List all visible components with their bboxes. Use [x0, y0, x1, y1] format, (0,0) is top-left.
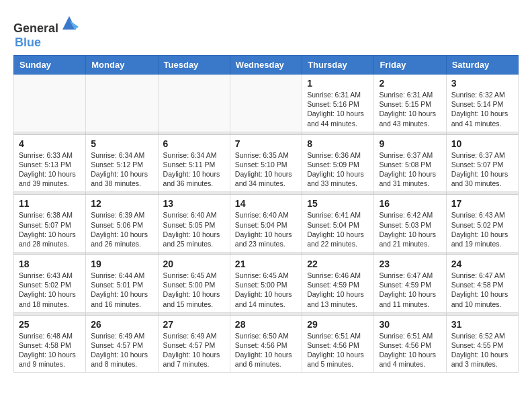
- calendar-cell: 16Sunrise: 6:42 AMSunset: 5:03 PMDayligh…: [374, 195, 446, 253]
- week-row: 1Sunrise: 6:31 AMSunset: 5:16 PMDaylight…: [14, 75, 519, 132]
- day-number: 1: [307, 78, 369, 89]
- cell-details: Sunrise: 6:39 AMSunset: 5:06 PMDaylight:…: [91, 210, 152, 248]
- day-number: 26: [91, 319, 152, 330]
- week-row: 25Sunrise: 6:48 AMSunset: 4:58 PMDayligh…: [14, 315, 519, 373]
- cell-details: Sunrise: 6:34 AMSunset: 5:12 PMDaylight:…: [91, 150, 152, 189]
- calendar-cell: 1Sunrise: 6:31 AMSunset: 5:16 PMDaylight…: [302, 75, 374, 132]
- day-number: 23: [379, 259, 441, 269]
- day-number: 18: [19, 259, 81, 269]
- calendar-cell: 31Sunrise: 6:52 AMSunset: 4:55 PMDayligh…: [446, 315, 518, 373]
- cell-details: Sunrise: 6:40 AMSunset: 5:05 PMDaylight:…: [163, 210, 225, 248]
- day-number: 28: [235, 319, 297, 330]
- day-number: 14: [235, 198, 297, 209]
- day-number: 19: [91, 259, 152, 269]
- cell-details: Sunrise: 6:47 AMSunset: 4:58 PMDaylight:…: [451, 271, 513, 309]
- calendar-cell: 17Sunrise: 6:43 AMSunset: 5:02 PMDayligh…: [446, 195, 518, 253]
- day-number: 11: [19, 198, 81, 209]
- day-number: 25: [19, 319, 81, 330]
- cell-details: Sunrise: 6:31 AMSunset: 5:15 PMDaylight:…: [379, 90, 441, 128]
- weekday-header-row: SundayMondayTuesdayWednesdayThursdayFrid…: [14, 56, 519, 75]
- cell-details: Sunrise: 6:32 AMSunset: 5:14 PMDaylight:…: [451, 90, 513, 128]
- day-number: 3: [451, 78, 513, 89]
- calendar-cell: 24Sunrise: 6:47 AMSunset: 4:58 PMDayligh…: [446, 255, 518, 313]
- cell-details: Sunrise: 6:47 AMSunset: 4:59 PMDaylight:…: [379, 271, 441, 309]
- cell-details: Sunrise: 6:40 AMSunset: 5:04 PMDaylight:…: [235, 210, 297, 248]
- cell-details: Sunrise: 6:36 AMSunset: 5:09 PMDaylight:…: [307, 150, 369, 189]
- weekday-header: Wednesday: [230, 56, 302, 75]
- cell-details: Sunrise: 6:37 AMSunset: 5:08 PMDaylight:…: [379, 150, 441, 189]
- cell-details: Sunrise: 6:41 AMSunset: 5:04 PMDaylight:…: [307, 210, 369, 248]
- cell-details: Sunrise: 6:44 AMSunset: 5:01 PMDaylight:…: [91, 271, 152, 309]
- calendar-cell: 8Sunrise: 6:36 AMSunset: 5:09 PMDaylight…: [302, 134, 374, 192]
- calendar-cell: 28Sunrise: 6:50 AMSunset: 4:56 PMDayligh…: [230, 315, 302, 373]
- day-number: 16: [379, 198, 441, 209]
- calendar-cell: 22Sunrise: 6:46 AMSunset: 4:59 PMDayligh…: [302, 255, 374, 313]
- logo-blue: Blue: [15, 36, 41, 49]
- cell-details: Sunrise: 6:38 AMSunset: 5:07 PMDaylight:…: [19, 210, 81, 248]
- logo-text: General Blue: [13, 13, 79, 50]
- weekday-header: Monday: [86, 56, 158, 75]
- week-row: 11Sunrise: 6:38 AMSunset: 5:07 PMDayligh…: [14, 195, 519, 253]
- logo: General Blue: [13, 13, 79, 50]
- day-number: 7: [235, 138, 297, 149]
- cell-details: Sunrise: 6:52 AMSunset: 4:55 PMDaylight:…: [451, 331, 513, 369]
- cell-details: Sunrise: 6:34 AMSunset: 5:11 PMDaylight:…: [163, 150, 225, 189]
- calendar-cell: 10Sunrise: 6:37 AMSunset: 5:07 PMDayligh…: [446, 134, 518, 192]
- cell-details: Sunrise: 6:46 AMSunset: 4:59 PMDaylight:…: [307, 271, 369, 309]
- day-number: 22: [307, 259, 369, 269]
- calendar-cell: 11Sunrise: 6:38 AMSunset: 5:07 PMDayligh…: [14, 195, 86, 253]
- calendar-cell: 2Sunrise: 6:31 AMSunset: 5:15 PMDaylight…: [374, 75, 446, 132]
- day-number: 15: [307, 198, 369, 209]
- calendar-cell: 15Sunrise: 6:41 AMSunset: 5:04 PMDayligh…: [302, 195, 374, 253]
- week-row: 18Sunrise: 6:43 AMSunset: 5:02 PMDayligh…: [14, 255, 519, 313]
- day-number: 9: [379, 138, 441, 149]
- calendar-table: SundayMondayTuesdayWednesdayThursdayFrid…: [13, 55, 519, 373]
- day-number: 30: [379, 319, 441, 330]
- calendar-cell: 19Sunrise: 6:44 AMSunset: 5:01 PMDayligh…: [86, 255, 158, 313]
- calendar-cell: 18Sunrise: 6:43 AMSunset: 5:02 PMDayligh…: [14, 255, 86, 313]
- day-number: 31: [451, 319, 513, 330]
- calendar-cell: 30Sunrise: 6:51 AMSunset: 4:56 PMDayligh…: [374, 315, 446, 373]
- cell-details: Sunrise: 6:43 AMSunset: 5:02 PMDaylight:…: [19, 271, 81, 309]
- cell-details: Sunrise: 6:42 AMSunset: 5:03 PMDaylight:…: [379, 210, 441, 248]
- cell-details: Sunrise: 6:31 AMSunset: 5:16 PMDaylight:…: [307, 90, 369, 128]
- day-number: 24: [451, 259, 513, 269]
- calendar-cell: 21Sunrise: 6:45 AMSunset: 5:00 PMDayligh…: [230, 255, 302, 313]
- day-number: 8: [307, 138, 369, 149]
- cell-details: Sunrise: 6:49 AMSunset: 4:57 PMDaylight:…: [163, 331, 225, 369]
- calendar-cell: 14Sunrise: 6:40 AMSunset: 5:04 PMDayligh…: [230, 195, 302, 253]
- calendar-cell: 4Sunrise: 6:33 AMSunset: 5:13 PMDaylight…: [14, 134, 86, 192]
- day-number: 6: [163, 138, 225, 149]
- weekday-header: Saturday: [446, 56, 518, 75]
- day-number: 10: [451, 138, 513, 149]
- cell-details: Sunrise: 6:51 AMSunset: 4:56 PMDaylight:…: [379, 331, 441, 369]
- calendar-cell: [14, 75, 86, 132]
- day-number: 2: [379, 78, 441, 89]
- weekday-header: Friday: [374, 56, 446, 75]
- calendar-cell: 9Sunrise: 6:37 AMSunset: 5:08 PMDaylight…: [374, 134, 446, 192]
- cell-details: Sunrise: 6:33 AMSunset: 5:13 PMDaylight:…: [19, 150, 81, 189]
- cell-details: Sunrise: 6:48 AMSunset: 4:58 PMDaylight:…: [19, 331, 81, 369]
- calendar-cell: 27Sunrise: 6:49 AMSunset: 4:57 PMDayligh…: [158, 315, 230, 373]
- day-number: 27: [163, 319, 225, 330]
- day-number: 4: [19, 138, 81, 149]
- cell-details: Sunrise: 6:45 AMSunset: 5:00 PMDaylight:…: [235, 271, 297, 309]
- logo-icon: [60, 13, 79, 32]
- day-number: 21: [235, 259, 297, 269]
- logo-general: General: [13, 21, 58, 35]
- calendar-cell: [158, 75, 230, 132]
- weekday-header: Sunday: [14, 56, 86, 75]
- calendar-cell: 13Sunrise: 6:40 AMSunset: 5:05 PMDayligh…: [158, 195, 230, 253]
- weekday-header: Tuesday: [158, 56, 230, 75]
- calendar-cell: 3Sunrise: 6:32 AMSunset: 5:14 PMDaylight…: [446, 75, 518, 132]
- calendar-cell: 6Sunrise: 6:34 AMSunset: 5:11 PMDaylight…: [158, 134, 230, 192]
- day-number: 17: [451, 198, 513, 209]
- cell-details: Sunrise: 6:37 AMSunset: 5:07 PMDaylight:…: [451, 150, 513, 189]
- page-header: General Blue: [13, 13, 519, 50]
- calendar-cell: [86, 75, 158, 132]
- calendar-cell: 23Sunrise: 6:47 AMSunset: 4:59 PMDayligh…: [374, 255, 446, 313]
- cell-details: Sunrise: 6:45 AMSunset: 5:00 PMDaylight:…: [163, 271, 225, 309]
- day-number: 12: [91, 198, 152, 209]
- calendar-cell: [230, 75, 302, 132]
- calendar-cell: 12Sunrise: 6:39 AMSunset: 5:06 PMDayligh…: [86, 195, 158, 253]
